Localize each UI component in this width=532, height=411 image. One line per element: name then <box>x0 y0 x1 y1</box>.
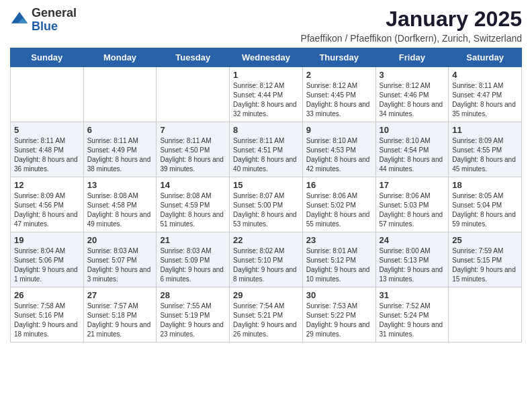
day-number: 27 <box>87 290 153 300</box>
day-number: 3 <box>380 70 445 80</box>
day-cell: 25Sunrise: 7:59 AM Sunset: 5:15 PM Dayli… <box>449 232 522 287</box>
col-saturday: Saturday <box>449 48 522 67</box>
day-info: Sunrise: 8:09 AM Sunset: 4:55 PM Dayligh… <box>452 136 518 174</box>
day-info: Sunrise: 8:12 AM Sunset: 4:45 PM Dayligh… <box>306 81 372 119</box>
col-friday: Friday <box>375 48 449 67</box>
day-cell: 22Sunrise: 8:02 AM Sunset: 5:10 PM Dayli… <box>230 232 303 287</box>
day-number: 17 <box>380 180 445 190</box>
day-cell <box>157 67 230 122</box>
day-cell: 6Sunrise: 8:11 AM Sunset: 4:49 PM Daylig… <box>83 122 157 177</box>
day-number: 16 <box>306 180 372 190</box>
day-info: Sunrise: 8:11 AM Sunset: 4:47 PM Dayligh… <box>452 81 518 119</box>
day-info: Sunrise: 7:59 AM Sunset: 5:15 PM Dayligh… <box>452 246 518 284</box>
day-cell: 11Sunrise: 8:09 AM Sunset: 4:55 PM Dayli… <box>449 122 522 177</box>
day-number: 2 <box>306 70 372 80</box>
day-cell: 7Sunrise: 8:11 AM Sunset: 4:50 PM Daylig… <box>157 122 230 177</box>
col-sunday: Sunday <box>11 48 84 67</box>
calendar-header: Sunday Monday Tuesday Wednesday Thursday… <box>11 48 522 67</box>
day-cell: 14Sunrise: 8:08 AM Sunset: 4:59 PM Dayli… <box>157 177 230 232</box>
day-number: 23 <box>306 235 372 245</box>
day-number: 7 <box>160 125 226 135</box>
logo-general: General <box>32 7 77 20</box>
calendar-table: Sunday Monday Tuesday Wednesday Thursday… <box>10 48 522 342</box>
day-info: Sunrise: 7:58 AM Sunset: 5:16 PM Dayligh… <box>14 302 80 339</box>
day-number: 12 <box>14 180 80 190</box>
day-number: 20 <box>87 235 153 245</box>
logo-text: General Blue <box>32 7 77 34</box>
day-cell: 3Sunrise: 8:12 AM Sunset: 4:46 PM Daylig… <box>375 67 449 122</box>
week-row-4: 19Sunrise: 8:04 AM Sunset: 5:06 PM Dayli… <box>11 232 522 287</box>
day-number: 15 <box>233 180 299 190</box>
logo-icon <box>10 11 29 30</box>
day-info: Sunrise: 8:06 AM Sunset: 5:03 PM Dayligh… <box>380 191 445 229</box>
week-row-1: 1Sunrise: 8:12 AM Sunset: 4:44 PM Daylig… <box>11 67 522 122</box>
week-row-2: 5Sunrise: 8:11 AM Sunset: 4:48 PM Daylig… <box>11 122 522 177</box>
day-info: Sunrise: 8:11 AM Sunset: 4:51 PM Dayligh… <box>233 136 299 174</box>
day-cell: 8Sunrise: 8:11 AM Sunset: 4:51 PM Daylig… <box>230 122 303 177</box>
day-info: Sunrise: 8:11 AM Sunset: 4:50 PM Dayligh… <box>160 136 226 174</box>
col-monday: Monday <box>83 48 157 67</box>
day-info: Sunrise: 8:11 AM Sunset: 4:48 PM Dayligh… <box>14 136 80 174</box>
calendar-body: 1Sunrise: 8:12 AM Sunset: 4:44 PM Daylig… <box>11 67 522 342</box>
day-info: Sunrise: 8:01 AM Sunset: 5:12 PM Dayligh… <box>306 246 372 284</box>
day-cell: 20Sunrise: 8:03 AM Sunset: 5:07 PM Dayli… <box>83 232 157 287</box>
day-info: Sunrise: 7:54 AM Sunset: 5:21 PM Dayligh… <box>233 302 299 339</box>
day-number: 10 <box>380 125 445 135</box>
day-cell: 2Sunrise: 8:12 AM Sunset: 4:45 PM Daylig… <box>302 67 375 122</box>
day-cell: 18Sunrise: 8:05 AM Sunset: 5:04 PM Dayli… <box>449 177 522 232</box>
day-cell: 23Sunrise: 8:01 AM Sunset: 5:12 PM Dayli… <box>302 232 375 287</box>
day-info: Sunrise: 8:06 AM Sunset: 5:02 PM Dayligh… <box>306 191 372 229</box>
day-cell: 4Sunrise: 8:11 AM Sunset: 4:47 PM Daylig… <box>449 67 522 122</box>
day-number: 30 <box>306 290 372 300</box>
day-cell: 24Sunrise: 8:00 AM Sunset: 5:13 PM Dayli… <box>375 232 449 287</box>
day-number: 31 <box>380 290 445 300</box>
title-block: January 2025 Pfaeffikon / Pfaeffikon (Do… <box>301 7 522 44</box>
col-wednesday: Wednesday <box>230 48 303 67</box>
col-tuesday: Tuesday <box>157 48 230 67</box>
day-info: Sunrise: 8:04 AM Sunset: 5:06 PM Dayligh… <box>14 246 80 284</box>
day-number: 14 <box>160 180 226 190</box>
calendar-subtitle: Pfaeffikon / Pfaeffikon (Dorfkern), Zuri… <box>301 33 522 44</box>
col-thursday: Thursday <box>302 48 375 67</box>
day-info: Sunrise: 7:53 AM Sunset: 5:22 PM Dayligh… <box>306 302 372 339</box>
day-number: 25 <box>452 235 518 245</box>
day-cell: 21Sunrise: 8:03 AM Sunset: 5:09 PM Dayli… <box>157 232 230 287</box>
day-info: Sunrise: 8:09 AM Sunset: 4:56 PM Dayligh… <box>14 191 80 229</box>
day-info: Sunrise: 8:10 AM Sunset: 4:53 PM Dayligh… <box>306 136 372 174</box>
day-number: 24 <box>380 235 445 245</box>
day-cell: 30Sunrise: 7:53 AM Sunset: 5:22 PM Dayli… <box>302 287 375 342</box>
page-header: General Blue January 2025 Pfaeffikon / P… <box>10 7 522 44</box>
logo: General Blue <box>10 7 77 34</box>
day-cell: 29Sunrise: 7:54 AM Sunset: 5:21 PM Dayli… <box>230 287 303 342</box>
day-info: Sunrise: 7:52 AM Sunset: 5:24 PM Dayligh… <box>380 302 445 339</box>
day-number: 13 <box>87 180 153 190</box>
day-number: 9 <box>306 125 372 135</box>
day-cell: 15Sunrise: 8:07 AM Sunset: 5:00 PM Dayli… <box>230 177 303 232</box>
day-info: Sunrise: 8:03 AM Sunset: 5:09 PM Dayligh… <box>160 246 226 284</box>
week-row-3: 12Sunrise: 8:09 AM Sunset: 4:56 PM Dayli… <box>11 177 522 232</box>
day-cell: 12Sunrise: 8:09 AM Sunset: 4:56 PM Dayli… <box>11 177 84 232</box>
day-number: 8 <box>233 125 299 135</box>
day-info: Sunrise: 8:02 AM Sunset: 5:10 PM Dayligh… <box>233 246 299 284</box>
day-number: 4 <box>452 70 518 80</box>
day-cell <box>83 67 157 122</box>
day-info: Sunrise: 7:55 AM Sunset: 5:19 PM Dayligh… <box>160 302 226 339</box>
day-number: 5 <box>14 125 80 135</box>
day-number: 22 <box>233 235 299 245</box>
day-info: Sunrise: 8:12 AM Sunset: 4:46 PM Dayligh… <box>380 81 445 119</box>
day-cell: 28Sunrise: 7:55 AM Sunset: 5:19 PM Dayli… <box>157 287 230 342</box>
day-cell: 26Sunrise: 7:58 AM Sunset: 5:16 PM Dayli… <box>11 287 84 342</box>
day-number: 21 <box>160 235 226 245</box>
logo-blue: Blue <box>32 20 77 34</box>
day-number: 18 <box>452 180 518 190</box>
page-container: General Blue January 2025 Pfaeffikon / P… <box>0 0 532 349</box>
day-cell: 17Sunrise: 8:06 AM Sunset: 5:03 PM Dayli… <box>375 177 449 232</box>
day-number: 26 <box>14 290 80 300</box>
day-cell: 9Sunrise: 8:10 AM Sunset: 4:53 PM Daylig… <box>302 122 375 177</box>
day-info: Sunrise: 8:10 AM Sunset: 4:54 PM Dayligh… <box>380 136 445 174</box>
header-row: Sunday Monday Tuesday Wednesday Thursday… <box>11 48 522 67</box>
day-cell: 1Sunrise: 8:12 AM Sunset: 4:44 PM Daylig… <box>230 67 303 122</box>
day-number: 1 <box>233 70 299 80</box>
day-cell: 13Sunrise: 8:08 AM Sunset: 4:58 PM Dayli… <box>83 177 157 232</box>
day-info: Sunrise: 8:12 AM Sunset: 4:44 PM Dayligh… <box>233 81 299 119</box>
